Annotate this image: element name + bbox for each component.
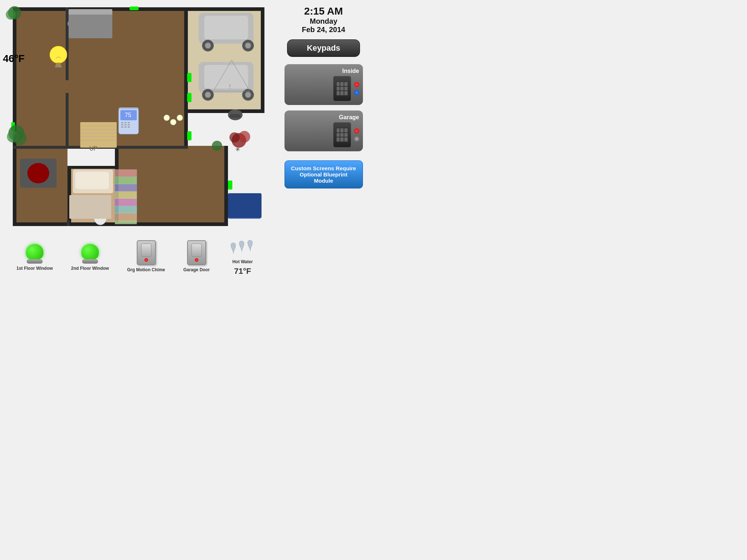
svg-rect-103: [124, 124, 127, 125]
inside-keypad-panel: Inside: [285, 64, 363, 105]
beacon-dome-1: [26, 244, 43, 260]
status-item-1st-floor-window[interactable]: 1st Floor Window: [16, 242, 53, 271]
svg-rect-12: [67, 166, 115, 169]
bottom-status-bar: 1st Floor Window 2nd Floor Window Grg Mo…: [0, 233, 274, 280]
inside-keypad-device[interactable]: [333, 76, 351, 101]
garage-door-switch[interactable]: [187, 240, 206, 265]
garage-gray-light: [354, 136, 359, 141]
svg-rect-14: [184, 109, 264, 113]
svg-rect-36: [75, 171, 109, 190]
svg-rect-72: [187, 73, 191, 82]
svg-text:!: !: [229, 83, 231, 90]
garage-keypad-device[interactable]: [333, 122, 351, 148]
svg-point-90: [239, 131, 250, 143]
grg-motion-chime-switch[interactable]: [137, 240, 156, 265]
svg-rect-59: [204, 16, 248, 39]
svg-rect-106: [124, 127, 127, 128]
svg-rect-15: [261, 7, 264, 113]
floorplan-svg: UP 75: [2, 2, 270, 235]
right-panel: 2:15 AM Monday Feb 24, 2014 Keypads Insi…: [274, 0, 374, 280]
svg-rect-50: [115, 177, 137, 184]
datetime-display: 2:15 AM Monday Feb 24, 2014: [302, 5, 345, 34]
svg-rect-8: [224, 146, 228, 226]
svg-rect-104: [128, 124, 130, 125]
inside-red-light: [354, 82, 359, 87]
1st-floor-window-label: 1st Floor Window: [16, 266, 53, 271]
svg-point-80: [164, 115, 170, 121]
1st-floor-window-beacon: [24, 242, 44, 264]
svg-rect-49: [115, 170, 137, 177]
svg-rect-100: [124, 122, 127, 123]
svg-point-88: [13, 132, 27, 145]
keypad-keys: [336, 81, 348, 96]
garage-door-label: Garage Door: [183, 267, 210, 272]
svg-rect-18: [66, 93, 69, 146]
garage-keypad-panel: Garage: [285, 110, 363, 151]
svg-rect-99: [121, 122, 123, 123]
status-item-hot-water: Hot Water 71°F: [228, 237, 257, 276]
time-display: 2:15 AM: [302, 5, 345, 17]
outdoor-temp: 46°F: [3, 53, 24, 65]
svg-rect-73: [187, 93, 191, 102]
svg-rect-20: [67, 221, 70, 226]
2nd-floor-window-label: 2nd Floor Window: [71, 266, 109, 271]
svg-rect-101: [128, 122, 130, 123]
svg-text:UP: UP: [89, 145, 97, 152]
svg-point-109: [73, 20, 80, 27]
svg-rect-107: [128, 127, 130, 128]
svg-rect-16: [184, 7, 264, 11]
svg-rect-39: [69, 195, 111, 219]
blueprint-message[interactable]: Custom Screens Require Optional Blueprin…: [285, 160, 363, 188]
svg-point-34: [27, 163, 49, 183]
svg-point-69: [245, 92, 251, 98]
svg-point-63: [245, 43, 251, 48]
hot-water-temp: 71°F: [234, 267, 251, 276]
svg-rect-82: [230, 114, 241, 118]
svg-point-93: [50, 46, 67, 63]
switch-light-1: [144, 258, 148, 262]
svg-point-79: [177, 115, 183, 121]
svg-rect-111: [228, 193, 262, 218]
garage-lights: [354, 128, 359, 141]
status-item-garage-door[interactable]: Garage Door: [183, 240, 210, 272]
2nd-floor-window-beacon: [80, 242, 100, 264]
beacon-base-1: [27, 259, 43, 264]
svg-rect-74: [129, 7, 139, 10]
keypads-button[interactable]: Keypads: [287, 39, 360, 57]
inside-blue-light: [354, 90, 359, 95]
keypad-keys-2: [336, 128, 348, 142]
status-item-2nd-floor-window[interactable]: 2nd Floor Window: [71, 242, 109, 271]
water-drops-icon: [228, 237, 257, 257]
switch-light-2: [195, 258, 198, 262]
status-item-grg-motion-chime[interactable]: Grg Motion Chime: [127, 240, 165, 272]
day-display: Monday: [302, 17, 345, 26]
beacon-base-2: [82, 259, 98, 264]
inside-lights: [354, 82, 359, 95]
svg-point-61: [205, 43, 211, 48]
beacon-dome-2: [81, 244, 99, 260]
svg-rect-32: [69, 9, 112, 15]
svg-text:75: 75: [125, 112, 131, 118]
garage-keypad-label: Garage: [288, 114, 359, 121]
switch-toggle-1: [141, 244, 151, 257]
svg-point-91: [229, 132, 240, 143]
date-display: Feb 24, 2014: [302, 26, 345, 34]
svg-rect-17: [66, 7, 69, 80]
svg-rect-54: [115, 206, 137, 213]
svg-rect-56: [115, 221, 137, 224]
svg-point-85: [6, 9, 16, 20]
hot-water-label: Hot Water: [232, 259, 253, 264]
inside-keypad-label: Inside: [288, 68, 359, 74]
svg-rect-55: [115, 213, 137, 221]
grg-motion-chime-label: Grg Motion Chime: [127, 267, 165, 272]
svg-point-67: [205, 92, 211, 98]
svg-rect-110: [187, 131, 191, 140]
svg-point-92: [212, 141, 222, 151]
svg-rect-102: [121, 124, 123, 125]
switch-toggle-2: [191, 244, 202, 257]
svg-rect-53: [115, 199, 137, 206]
floorplan-area: UP 75: [0, 0, 274, 262]
svg-rect-95: [55, 66, 62, 67]
svg-point-78: [170, 119, 176, 125]
svg-rect-76: [228, 180, 232, 190]
